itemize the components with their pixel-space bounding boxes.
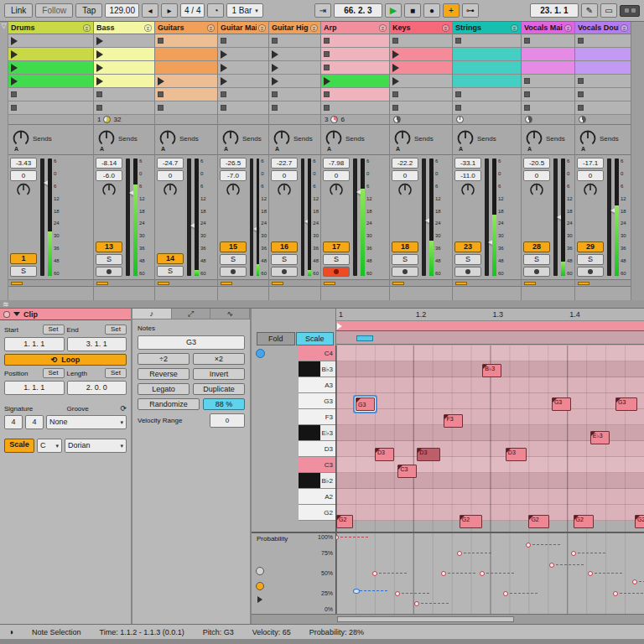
clip-slot[interactable] (155, 88, 217, 101)
piano-key[interactable]: A3 (299, 377, 335, 393)
track-fold-icon[interactable]: ≡ (379, 24, 387, 32)
clip-slot[interactable] (321, 101, 389, 115)
pan-knob[interactable] (329, 183, 344, 200)
midi-note[interactable]: G2 (635, 515, 644, 528)
midi-overdub-button[interactable]: + (443, 3, 460, 18)
volume-fader[interactable] (553, 158, 558, 276)
clip-play-icon[interactable] (11, 50, 18, 59)
draw-mode-button[interactable]: ✎ (581, 3, 598, 18)
arm-button[interactable] (577, 267, 604, 277)
midi-note[interactable]: G2 (528, 515, 549, 528)
arm-button[interactable] (392, 267, 418, 277)
clip-position-value[interactable]: 1. 1. 1 (4, 381, 65, 395)
clip-slot[interactable] (269, 101, 320, 115)
track-fold-icon[interactable]: ≡ (144, 24, 152, 32)
clip-stop-icon[interactable] (524, 105, 530, 111)
volume-display[interactable]: -26.5 (220, 158, 247, 169)
clip-slot[interactable] (321, 48, 389, 61)
set-position-button[interactable]: Set (43, 368, 65, 378)
clip-slot[interactable] (218, 34, 268, 48)
clip-play-icon[interactable] (158, 77, 164, 86)
preview-note-toggle[interactable] (256, 349, 265, 358)
arm-button[interactable] (271, 267, 298, 277)
track-number-display[interactable]: 29 (577, 242, 604, 252)
signature-denominator[interactable]: 4 (25, 415, 44, 429)
clip-slot[interactable] (94, 61, 154, 75)
track-number-display[interactable]: 17 (323, 242, 350, 252)
probability-marker[interactable] (526, 543, 531, 548)
track-fold-icon[interactable]: ≡ (310, 24, 318, 32)
randomize-amount[interactable]: 88 % (203, 398, 245, 410)
track-number-display[interactable]: 18 (392, 242, 418, 252)
volume-display[interactable]: -24.7 (157, 158, 184, 169)
time-signature-display[interactable]: 4 / 4 (180, 3, 205, 18)
clip-stop-icon[interactable] (158, 38, 164, 44)
timeline[interactable]: 11.21.31.4 (335, 309, 644, 345)
clip-play-icon[interactable] (96, 37, 103, 45)
crossfade-assign[interactable] (221, 282, 232, 285)
clip-slot[interactable] (94, 88, 154, 101)
clip-stop-icon[interactable] (96, 105, 102, 111)
volume-display[interactable]: -22.2 (392, 158, 418, 169)
quantization-menu[interactable]: 1 Bar ▾ (226, 3, 262, 18)
crossfade-assign[interactable] (524, 282, 536, 285)
probability-marker[interactable] (335, 535, 339, 540)
crossfade-assign[interactable] (392, 282, 404, 285)
follow-song-icon[interactable]: ⇥ (314, 3, 331, 18)
track-number-display[interactable]: 13 (96, 242, 122, 252)
scrub-area[interactable] (336, 331, 644, 345)
clip-header[interactable]: Clip (0, 309, 131, 320)
clip-play-icon[interactable] (96, 50, 103, 59)
clip-slot[interactable] (453, 88, 521, 101)
root-note-select[interactable]: C ▾ (37, 439, 62, 453)
crossfade-assign[interactable] (455, 282, 467, 285)
record-button[interactable]: ● (423, 3, 440, 18)
clip-stop-icon[interactable] (524, 91, 530, 97)
track-number-display[interactable]: 15 (220, 242, 247, 252)
clip-play-icon[interactable] (221, 64, 227, 72)
track-number-display[interactable]: 1 (10, 253, 37, 264)
volume-display[interactable]: -7.98 (323, 158, 350, 169)
clip-slot[interactable] (390, 88, 452, 101)
clip-slot[interactable] (575, 48, 631, 61)
track-header[interactable]: Bass≡ (94, 22, 154, 34)
half-time-button[interactable]: ÷2 (138, 353, 190, 365)
midi-note[interactable]: E♭3 (590, 431, 610, 444)
volume-fader[interactable] (301, 158, 304, 276)
midi-note[interactable]: G2 (336, 515, 353, 528)
clip-stop-icon[interactable] (272, 91, 278, 97)
pan-display[interactable]: -7.0 (220, 170, 247, 181)
pan-display[interactable]: 0 (10, 170, 37, 181)
clip-stop-icon[interactable] (158, 91, 164, 97)
clip-play-icon[interactable] (272, 50, 278, 59)
clip-slot[interactable] (453, 48, 521, 61)
clip-slot[interactable] (453, 34, 521, 48)
horizontal-scrollbar[interactable] (252, 614, 644, 624)
clip-length-value[interactable]: 2. 0. 0 (67, 381, 127, 395)
nudge-up-button[interactable]: ▸ (161, 3, 178, 18)
clip-stop-icon[interactable] (221, 91, 226, 97)
probability-marker[interactable] (457, 551, 462, 556)
pan-knob[interactable] (460, 183, 475, 200)
clip-play-icon[interactable] (221, 50, 227, 59)
volume-fader[interactable] (422, 158, 426, 276)
clip-play-icon[interactable] (392, 77, 399, 86)
solo-button[interactable]: S (157, 266, 184, 277)
clip-slot[interactable] (269, 34, 320, 48)
groove-select[interactable]: None ▾ (46, 415, 127, 429)
pan-knob[interactable] (16, 183, 31, 200)
window-splitter[interactable]: ≋ (0, 300, 644, 309)
clip-slot[interactable] (390, 34, 452, 48)
midi-note[interactable]: G3 (356, 397, 375, 411)
scale-button[interactable]: Scale (296, 332, 335, 345)
clip-slot[interactable] (575, 101, 631, 115)
loop-bar[interactable] (336, 321, 644, 331)
solo-button[interactable]: S (220, 254, 247, 265)
tab-expression[interactable]: ⤢ (172, 309, 211, 319)
clip-slot[interactable] (321, 61, 389, 75)
clip-stop-icon[interactable] (324, 105, 330, 111)
crossfade-assign[interactable] (11, 282, 23, 285)
tab-envelopes[interactable]: ∿ (210, 309, 250, 319)
arm-button[interactable] (96, 267, 122, 277)
solo-button[interactable]: S (96, 254, 122, 265)
